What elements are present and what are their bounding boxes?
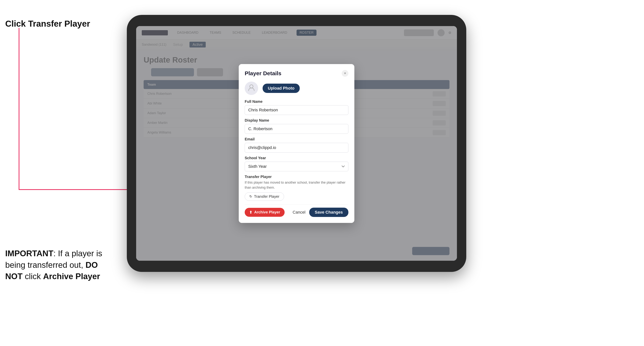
svg-point-0 <box>250 85 253 88</box>
modal-close-button[interactable]: × <box>342 70 348 77</box>
transfer-player-button[interactable]: ↻ Transfer Player <box>245 192 284 201</box>
school-year-select[interactable]: Sixth Year <box>245 162 348 171</box>
avatar-icon <box>248 84 255 93</box>
archive-icon: ⬆ <box>249 210 252 214</box>
modal-title: Player Details <box>245 70 282 77</box>
instruction-important: IMPORTANT <box>5 249 53 258</box>
display-name-group: Display Name <box>245 118 348 134</box>
transfer-icon: ↻ <box>249 194 252 198</box>
tablet-device: DASHBOARD TEAMS SCHEDULE LEADERBOARD ROS… <box>127 15 466 272</box>
full-name-input[interactable] <box>245 105 348 115</box>
modal-overlay: Player Details × <box>136 26 457 261</box>
cancel-button[interactable]: Cancel <box>293 210 305 215</box>
full-name-group: Full Name <box>245 99 348 115</box>
close-icon: × <box>344 71 346 75</box>
display-name-input[interactable] <box>245 124 348 134</box>
modal-header: Player Details × <box>245 70 348 77</box>
tablet-screen: DASHBOARD TEAMS SCHEDULE LEADERBOARD ROS… <box>136 26 457 261</box>
email-group: Email <box>245 137 348 153</box>
email-input[interactable] <box>245 143 348 153</box>
photo-row: Upload Photo <box>245 82 348 95</box>
instruction-highlight: Transfer Player <box>28 19 90 28</box>
archive-btn-label: Archive Player <box>254 210 280 214</box>
instruction-text2: click <box>22 272 43 281</box>
transfer-btn-label: Transfer Player <box>254 194 280 199</box>
footer-right: Cancel Save Changes <box>293 208 348 217</box>
instruction-bottom: IMPORTANT: If a player is being transfer… <box>5 248 110 282</box>
modal-footer: ⬆ Archive Player Cancel Save Changes <box>245 204 348 217</box>
instruction-archive: Archive Player <box>43 272 100 281</box>
archive-player-button[interactable]: ⬆ Archive Player <box>245 208 284 217</box>
display-name-label: Display Name <box>245 118 348 123</box>
upload-photo-button[interactable]: Upload Photo <box>262 84 300 93</box>
transfer-section: Transfer Player If this player has moved… <box>245 175 348 201</box>
avatar-circle <box>245 82 258 95</box>
full-name-label: Full Name <box>245 99 348 104</box>
school-year-group: School Year Sixth Year <box>245 156 348 171</box>
arrow-vertical <box>19 28 20 190</box>
save-changes-button[interactable]: Save Changes <box>309 208 348 217</box>
instruction-top: Click Transfer Player <box>5 19 90 29</box>
school-year-label: School Year <box>245 156 348 160</box>
email-label: Email <box>245 137 348 141</box>
transfer-label: Transfer Player <box>245 175 348 179</box>
instruction-prefix: Click <box>5 19 28 28</box>
player-details-modal: Player Details × <box>239 64 354 223</box>
transfer-description: If this player has moved to another scho… <box>245 180 348 190</box>
